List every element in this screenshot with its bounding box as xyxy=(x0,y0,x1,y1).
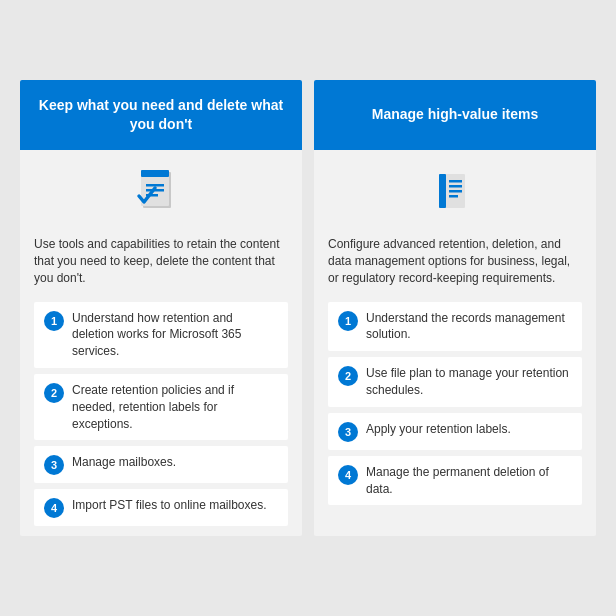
svg-rect-9 xyxy=(449,185,462,188)
main-container: Keep what you need and delete what you d… xyxy=(10,70,606,547)
panel-keep-steps: 1 Understand how retention and deletion … xyxy=(34,302,288,527)
step-text-4: Import PST files to online mailboxes. xyxy=(72,497,267,514)
step-badge-2: 2 xyxy=(44,383,64,403)
svg-rect-3 xyxy=(146,184,164,187)
step-item: 4 Import PST files to online mailboxes. xyxy=(34,489,288,526)
step-item: 3 Manage mailboxes. xyxy=(34,446,288,483)
panel-manage-icon-area xyxy=(328,164,582,224)
step-badge-m3: 3 xyxy=(338,422,358,442)
panel-manage: Manage high-value items Configure advanc… xyxy=(314,80,596,537)
panel-keep-description: Use tools and capabilities to retain the… xyxy=(34,236,288,288)
step-item: 4 Manage the permanent deletion of data. xyxy=(328,456,582,506)
step-badge-3: 3 xyxy=(44,455,64,475)
panel-manage-steps: 1 Understand the records management solu… xyxy=(328,302,582,506)
panel-keep-body: Use tools and capabilities to retain the… xyxy=(20,150,302,537)
step-badge-m1: 1 xyxy=(338,311,358,331)
step-badge-1: 1 xyxy=(44,311,64,331)
step-badge-m4: 4 xyxy=(338,465,358,485)
step-text-m3: Apply your retention labels. xyxy=(366,421,511,438)
svg-rect-7 xyxy=(439,174,446,208)
panel-keep: Keep what you need and delete what you d… xyxy=(20,80,302,537)
step-text-m1: Understand the records management soluti… xyxy=(366,310,572,344)
step-item: 1 Understand how retention and deletion … xyxy=(34,302,288,368)
step-item: 1 Understand the records management solu… xyxy=(328,302,582,352)
svg-rect-10 xyxy=(449,190,462,193)
svg-rect-8 xyxy=(449,180,462,183)
records-icon xyxy=(425,164,485,224)
svg-rect-11 xyxy=(449,195,458,198)
panel-manage-header: Manage high-value items xyxy=(314,80,596,150)
panel-manage-description: Configure advanced retention, deletion, … xyxy=(328,236,582,288)
step-item: 2 Use file plan to manage your retention… xyxy=(328,357,582,407)
panel-manage-body: Configure advanced retention, deletion, … xyxy=(314,150,596,516)
panel-keep-header: Keep what you need and delete what you d… xyxy=(20,80,302,150)
step-text-2: Create retention policies and if needed,… xyxy=(72,382,278,432)
panel-keep-icon-area xyxy=(34,164,288,224)
checklist-icon xyxy=(131,164,191,224)
step-item: 2 Create retention policies and if neede… xyxy=(34,374,288,440)
step-text-1: Understand how retention and deletion wo… xyxy=(72,310,278,360)
step-item: 3 Apply your retention labels. xyxy=(328,413,582,450)
step-badge-m2: 2 xyxy=(338,366,358,386)
svg-rect-2 xyxy=(141,170,169,177)
step-badge-4: 4 xyxy=(44,498,64,518)
step-text-m2: Use file plan to manage your retention s… xyxy=(366,365,572,399)
step-text-m4: Manage the permanent deletion of data. xyxy=(366,464,572,498)
step-text-3: Manage mailboxes. xyxy=(72,454,176,471)
